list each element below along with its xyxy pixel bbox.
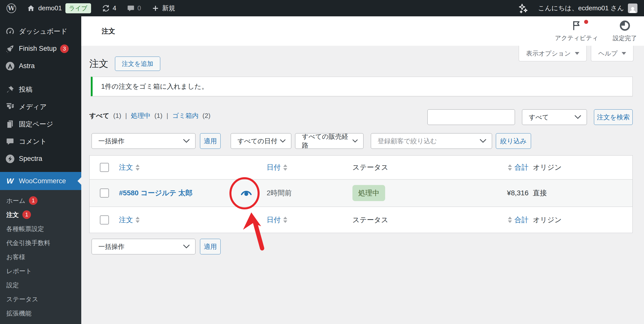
orders-table: 注文 日付 ステータス 合計 xyxy=(89,155,633,233)
account-menu[interactable]: こんにちは、ecdemo01 さん xyxy=(538,4,637,13)
bulk-actions-value: 一括操作 xyxy=(98,242,125,251)
sidebar-item-comments[interactable]: コメント xyxy=(0,133,81,150)
submenu-item-invoice-settings[interactable]: 各種帳票設定 xyxy=(0,222,81,236)
updates-menu[interactable]: 4 xyxy=(102,4,116,13)
sort-arrows-icon xyxy=(283,217,287,223)
screen-options-tab[interactable]: 表示オプション xyxy=(519,46,587,61)
screen-options-label: 表示オプション xyxy=(526,49,571,58)
submenu-item-status[interactable]: ステータス xyxy=(0,292,81,306)
sidebar-item-finish-setup[interactable]: Finish Setup 3 xyxy=(0,40,81,57)
flag-icon xyxy=(572,20,582,32)
customer-filter-select[interactable]: 登録顧客で絞り込む xyxy=(371,133,492,149)
apply-button[interactable]: 適用 xyxy=(200,133,221,149)
new-content-menu[interactable]: 新規 xyxy=(152,4,175,13)
activity-button[interactable]: アクティビティ xyxy=(555,20,598,42)
woocommerce-icon: W xyxy=(5,176,15,186)
filter-label: 処理中 xyxy=(131,112,151,119)
chevron-down-icon xyxy=(575,115,581,119)
order-link[interactable]: #5580 コージルテ 太郎 xyxy=(119,188,192,198)
order-row: #5580 コージルテ 太郎 2時間前 処理中 ¥8,316 直接 xyxy=(90,179,632,207)
finish-setup-badge: 3 xyxy=(60,44,69,53)
sidebar-item-label: 投稿 xyxy=(19,85,32,94)
column-footer-order[interactable]: 注文 xyxy=(119,215,142,225)
activity-label: アクティビティ xyxy=(555,34,598,42)
sidebar-item-posts[interactable]: 投稿 xyxy=(0,81,81,98)
help-tab[interactable]: ヘルプ xyxy=(591,46,633,61)
sidebar-item-label: ダッシュボード xyxy=(19,27,67,36)
column-label: 合計 xyxy=(514,215,529,225)
chevron-down-icon xyxy=(480,139,486,143)
filter-count: (2) xyxy=(203,112,211,119)
wordpress-logo-icon[interactable]: W xyxy=(7,4,16,13)
admin-bar: W demo01 ライブ 4 0 xyxy=(0,0,644,16)
submenu-item-label: 各種帳票設定 xyxy=(6,225,44,233)
search-type-value: すべて xyxy=(529,113,549,122)
setup-progress-button[interactable]: 設定完了 xyxy=(613,20,637,42)
select-all-checkbox[interactable] xyxy=(100,163,109,172)
apply-button-bottom[interactable]: 適用 xyxy=(200,239,221,254)
order-search-input[interactable] xyxy=(427,109,515,125)
sidebar-item-woocommerce[interactable]: W WooCommerce xyxy=(0,172,81,190)
column-label: 日付 xyxy=(267,215,281,225)
bulk-actions-select-bottom[interactable]: 一括操作 xyxy=(92,239,195,254)
select-all-checkbox[interactable] xyxy=(100,215,109,224)
sidebar-item-media[interactable]: メディア xyxy=(0,98,81,115)
filter-processing-link[interactable]: 処理中 (1) xyxy=(131,111,163,120)
column-footer-origin: オリジン xyxy=(529,215,633,225)
submenu-item-customers[interactable]: お客様 xyxy=(0,250,81,264)
filter-all-link[interactable]: すべて (1) xyxy=(89,111,121,120)
sidebar-item-label: Spectra xyxy=(19,155,42,163)
notice-text: 1件の注文をゴミ箱に入れました。 xyxy=(101,82,208,91)
submenu-item-settings[interactable]: 設定 xyxy=(0,278,81,292)
filter-button[interactable]: 絞り込み xyxy=(496,133,531,149)
sidebar-item-label: WooCommerce xyxy=(19,177,66,185)
column-label: ステータス xyxy=(352,163,388,172)
sort-arrows-icon xyxy=(136,164,140,171)
sidebar-item-label: コメント xyxy=(19,137,47,146)
bulk-actions-select[interactable]: 一括操作 xyxy=(92,133,195,149)
comments-menu[interactable]: 0 xyxy=(127,4,141,12)
site-menu[interactable]: demo01 xyxy=(27,4,62,13)
column-footer-total[interactable]: 合計 xyxy=(505,215,529,225)
pages-icon xyxy=(5,119,15,129)
date-filter-select[interactable]: すべての日付 xyxy=(231,133,291,149)
row-checkbox[interactable] xyxy=(100,189,109,198)
filter-label: ゴミ箱内 xyxy=(172,112,198,119)
order-search-box: すべて 注文を検索 xyxy=(427,109,633,125)
sparkles-icon[interactable] xyxy=(517,3,529,14)
submenu-item-extensions[interactable]: 拡張機能 xyxy=(0,306,81,320)
sort-arrows-icon xyxy=(508,164,512,171)
table-footer-row: 注文 日付 ステータス 合計 xyxy=(90,207,632,233)
column-footer-date[interactable]: 日付 xyxy=(267,215,290,225)
filter-count: (1) xyxy=(154,112,163,119)
search-type-select[interactable]: すべて xyxy=(522,109,587,125)
column-header-total[interactable]: 合計 xyxy=(505,163,529,172)
eye-icon xyxy=(240,189,252,197)
submenu-item-orders[interactable]: 注文 1 xyxy=(0,208,81,222)
sidebar-item-pages[interactable]: 固定ページ xyxy=(0,115,81,133)
sidebar-item-spectra[interactable]: Spectra xyxy=(0,150,81,167)
sales-channel-filter-select[interactable]: すべての販売経路 xyxy=(295,133,364,149)
content-area: 注文 アクティビティ 設定完了 表示オプション ヘルプ xyxy=(81,16,644,324)
submenu-item-cod-fees[interactable]: 代金引換手数料 xyxy=(0,236,81,250)
column-header-order[interactable]: 注文 xyxy=(119,163,142,172)
search-orders-button[interactable]: 注文を検索 xyxy=(594,109,633,125)
chevron-down-icon xyxy=(575,52,579,55)
filter-trash-link[interactable]: ゴミ箱内 (2) xyxy=(172,111,210,120)
spectra-icon xyxy=(5,154,15,164)
site-name: demo01 xyxy=(38,4,62,12)
sidebar-item-dashboard[interactable]: ダッシュボード xyxy=(0,23,81,40)
submenu-item-home[interactable]: ホーム 1 xyxy=(0,194,81,208)
submenu-item-reports[interactable]: レポート xyxy=(0,264,81,278)
add-order-button[interactable]: 注文を追加 xyxy=(115,57,160,71)
submenu-item-label: 設定 xyxy=(6,281,19,289)
filter-count: (1) xyxy=(113,112,121,119)
column-label: 日付 xyxy=(267,163,281,172)
order-preview-button[interactable] xyxy=(237,189,256,197)
chevron-down-icon xyxy=(622,52,626,55)
order-total: ¥8,316 xyxy=(487,189,529,197)
woocommerce-submenu: ホーム 1 注文 1 各種帳票設定 代金引換手数料 お客様 レポート 設定 xyxy=(0,190,81,324)
submenu-item-label: レポート xyxy=(6,267,32,275)
column-header-date[interactable]: 日付 xyxy=(267,163,290,172)
sidebar-item-astra[interactable]: Astra xyxy=(0,57,81,75)
